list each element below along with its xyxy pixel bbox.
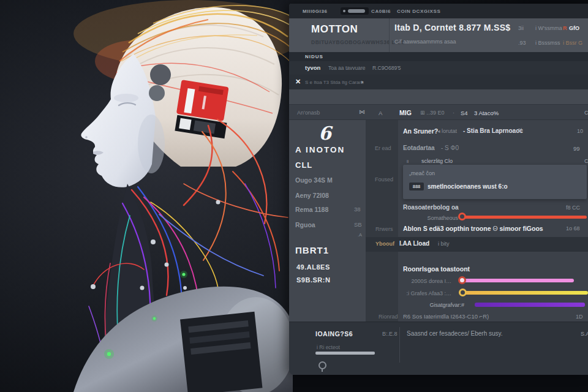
row1-value: 10 [577,128,583,134]
footer-code: B:.E.8 [382,331,398,337]
app-panel: MIII0GI36 CA0BI6 COIN DCXGIXSS MOTTON DB… [289,4,588,375]
slider3-knob[interactable] [459,288,467,296]
row3-text[interactable]: sclerzlitg Clo [421,158,453,164]
sidebar-item-4-value: SB [354,221,362,228]
swap-icon[interactable]: ⋈ [359,108,365,115]
section-bar-label: NIDUS [305,54,323,59]
meta-value-1: GfO [569,25,579,31]
meta-num-2: .93 [518,40,526,46]
toggle-dot-icon [343,10,345,12]
info-row: tyvon Toa aa tavvuare R.C9O689'5 [289,61,588,75]
toggle-bar [348,9,365,13]
row3-bullet: ii [407,159,409,164]
toolbar-mode[interactable]: MIG [399,109,412,116]
sidebar-stat-2: S9B.SR:N [296,276,330,284]
filter-text: S e Itoa T3 Stda [305,80,341,85]
sidebar-item-2[interactable]: Aeny 72I08 [295,192,329,199]
row2-text[interactable]: Eotadartaa [403,145,435,151]
slider1-label: Somatheous [403,215,458,221]
header: MOTTON DBITUAYBGOBOGAWWHS36 L GS Itab D,… [289,18,588,52]
meta-label-1[interactable]: i W'ssmma [535,25,562,31]
mic-icon[interactable] [318,361,326,369]
footer-progress-bar [315,352,375,355]
spacer-band [289,89,588,104]
footer-title: IOAING?S6 [315,330,353,337]
meta-value-2: i Bssr G [563,40,582,46]
dropdown-option-2[interactable]: smetlnocioenanes wust 6:o [428,183,508,190]
toolbar-ref[interactable]: ⊞ ‥39 E0 [420,110,445,116]
slider4-label: Gisatgrafvar:# [387,302,464,308]
row2-suffix: - S Φ0 [441,145,459,151]
sidebar-stat-1: 49.AL8ES [296,263,330,271]
sidebar-item-1[interactable]: Ougo 34S M [295,176,333,184]
meta-label-2[interactable]: i Bsssmss [535,40,560,46]
row5-text: Ablon S edä3 oopthin troone Θ simoor fiG… [403,225,543,232]
toolbar-dot: · [453,110,454,116]
document-title: Itab D, Corntet 8.877 M.SS$ [394,23,510,32]
slider1-knob[interactable] [458,213,466,221]
menu-item-2[interactable]: COIN DCXGIXSS [397,9,440,14]
footer-sub: i Ri ecteot [317,344,340,350]
row5-value: 1o 68 [566,225,580,232]
slider2-track[interactable] [462,279,574,282]
toolbar-marker[interactable]: A [379,110,382,116]
sidebar-item-4[interactable]: Rguoa [295,221,315,228]
app-subtitle: DBITUAYBGOBOGAWWHS36 L GS [311,39,405,45]
menu-item-1[interactable]: CA0BI6 [371,9,391,14]
meta-tag-1: R [563,25,567,31]
row8-text: R6 Sos Iaterimtlla I2643-C10 ⌐R) [403,313,489,320]
sidebar-section-2: ΠBRT1 [295,245,329,255]
logo-icon: 6 [318,123,331,144]
row2-label: Er ead [375,145,391,151]
footer: IOAING?S6 B:.E.8 Saasnd cer fesadeces/ E… [289,322,588,375]
screenshot-stage: MIII0GI36 CA0BI6 COIN DCXGIXSS MOTTON DB… [0,0,588,392]
info-circle-icon[interactable]: Θ [492,225,497,232]
chevron-right-icon[interactable]: ▸ [361,79,364,85]
row3-value: C [584,158,588,164]
sidebar-title: A INOTON [295,145,345,154]
row8-value: 1D [576,314,583,320]
document-subtitle: Gif aawwsaammms asaa [394,39,456,45]
close-icon[interactable]: ✕ [295,78,301,86]
info-key: tyvon [305,64,320,71]
group-title: Roonrlsgoa toastoont [403,265,470,273]
header-divider [389,18,390,52]
sidebar-item-3-value: 38 [354,206,361,213]
dropdown-label: Foused [375,176,393,183]
sidebar-item-5: .A [358,232,362,238]
filter-text-2: Itg Carara [342,80,364,85]
row4-value: f8 CC [566,205,580,211]
toolbar-s4[interactable]: S4 [461,110,468,116]
row6-text: I.AA Lload [399,240,429,247]
window-title: MIII0GI36 [303,9,328,14]
slider4-track[interactable] [475,303,585,307]
selected-row[interactable]: Yboouf I.AA Lload i bity [366,237,588,252]
topbar-toggle[interactable] [341,7,369,15]
slider1-track[interactable] [462,216,587,219]
row1-nav[interactable]: ◂ lorutat [437,128,457,134]
row1-bracket: ⌐3l [514,127,522,134]
toolbar: An'onasb ⋈ A MIG ⊞ ‥39 E0 · S4 3 Ataco% … [289,104,588,120]
content-area: 6 A INOTON CLL Ougo 34S M Aeny 72I08 Rem… [289,120,588,322]
row5-text-main: Ablon S edä3 oopthin troone [403,225,491,232]
filter-row: ✕ S e Itoa T3 Stda Itg Carara ▸ [289,75,588,89]
footer-edge: S.A [581,331,588,337]
row4-text: Roasoaterbolog oa [403,204,459,211]
breadcrumb[interactable]: An'onasb [297,110,320,116]
dropdown-panel[interactable]: „meaĉ ĉon 888 smetlnocioenanes wust 6:o [403,165,587,199]
slider3-label: :i Grafes Afaa3 :… [381,290,451,296]
slider3-track[interactable] [463,291,588,295]
toolbar-edge: C [584,110,588,116]
dropdown-badge: 888 [409,183,424,190]
row6-text-2: i bity [438,241,450,247]
toolbar-status: 3 Ataco% [474,110,499,116]
row5-text-2: simoor fiGoos [500,225,543,232]
slider2-knob[interactable] [458,276,466,284]
row1-title[interactable]: An Sruner? [403,127,438,135]
meta-num-1: 3ii [518,25,524,31]
info-value: R.C9O689'5 [372,65,401,71]
dropdown-option-1[interactable]: „meaĉ ĉon [409,170,435,176]
sidebar: 6 A INOTON CLL Ougo 34S M Aeny 72I08 Rem… [289,120,366,322]
row5-label: Rrwers [375,226,393,232]
sidebar-item-3[interactable]: Rema 1188 [295,206,328,213]
